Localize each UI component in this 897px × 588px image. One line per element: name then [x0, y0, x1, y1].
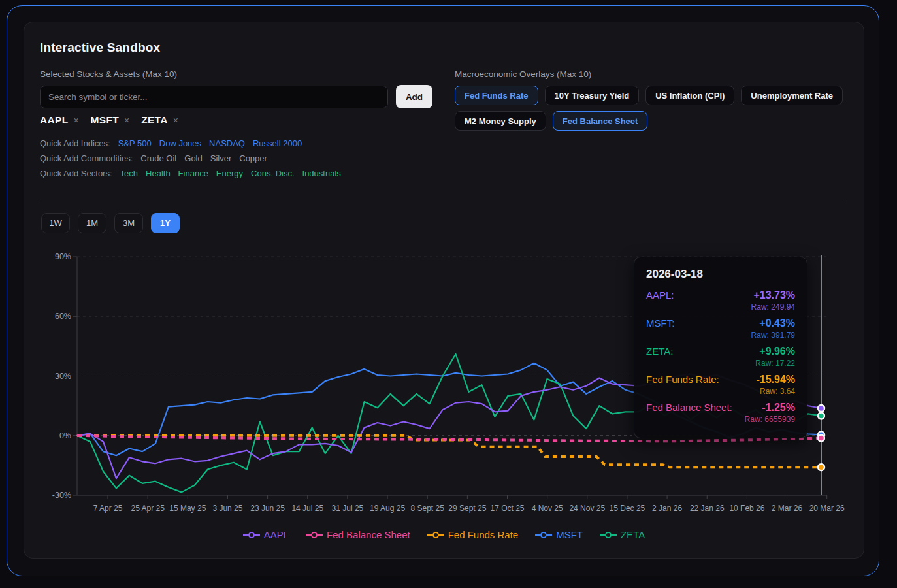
legend-label: AAPL [264, 529, 289, 540]
tooltip-series-raw: Raw: 3.64 [646, 387, 795, 396]
svg-text:30%: 30% [55, 372, 71, 381]
end-marker-ZETA [818, 413, 824, 419]
x-axis-labels: 7 Apr 2525 Apr 2515 May 253 Jun 2523 Jun… [93, 495, 845, 513]
legend-label: ZETA [621, 529, 645, 540]
tooltip-row: MSFT:+0.43% [646, 318, 795, 329]
svg-text:14 Jul 25: 14 Jul 25 [291, 504, 323, 513]
tooltip-series-label: AAPL: [646, 289, 674, 301]
tooltip-series-raw: Raw: 249.94 [646, 302, 795, 312]
tooltip-series-label: MSFT: [646, 318, 674, 329]
legend-line-icon [600, 531, 617, 539]
svg-text:4 Nov 25: 4 Nov 25 [532, 504, 563, 513]
legend-item[interactable]: MSFT [535, 529, 583, 540]
legend-item[interactable]: AAPL [243, 529, 289, 540]
legend-label: MSFT [556, 529, 583, 540]
legend-item[interactable]: Fed Balance Sheet [306, 529, 410, 540]
legend-line-icon [535, 531, 552, 539]
legend-item[interactable]: ZETA [600, 529, 645, 540]
svg-text:19 Aug 25: 19 Aug 25 [370, 504, 405, 513]
legend-line-icon [306, 531, 323, 539]
tooltip-series-value: +9.96% [759, 346, 795, 357]
tooltip-rows: AAPL:+13.73%Raw: 249.94MSFT:+0.43%Raw: 3… [646, 289, 795, 424]
legend-line-icon [427, 531, 444, 539]
tooltip-series-label: ZETA: [646, 346, 673, 357]
svg-text:60%: 60% [55, 312, 71, 321]
tooltip-series-label: Fed Balance Sheet: [646, 402, 732, 413]
tooltip-series-raw: Raw: 6655939 [646, 415, 795, 424]
tooltip-series-value: -1.25% [762, 402, 795, 414]
svg-text:10 Feb 26: 10 Feb 26 [729, 504, 764, 513]
svg-text:15 May 25: 15 May 25 [169, 504, 206, 513]
svg-text:3 Jun 25: 3 Jun 25 [212, 504, 242, 513]
tooltip-row: Fed Funds Rate:-15.94% [646, 374, 795, 385]
tooltip-series-value: +13.73% [753, 289, 795, 301]
svg-text:17 Oct 25: 17 Oct 25 [490, 504, 524, 513]
svg-text:22 Jan 26: 22 Jan 26 [690, 504, 725, 513]
tooltip-row: ZETA:+9.96% [646, 346, 795, 357]
tooltip-series-raw: Raw: 17.22 [646, 359, 795, 368]
legend-label: Fed Balance Sheet [327, 529, 410, 540]
legend-label: Fed Funds Rate [448, 529, 519, 540]
end-marker-Fed Balance Sheet [818, 435, 824, 442]
tooltip-row: AAPL:+13.73% [646, 289, 795, 301]
svg-text:8 Sept 25: 8 Sept 25 [411, 504, 445, 513]
svg-text:0%: 0% [59, 431, 71, 440]
tooltip-series-label: Fed Funds Rate: [646, 374, 719, 385]
tooltip-series-value: -15.94% [756, 374, 795, 385]
end-marker-AAPL [818, 405, 824, 412]
tooltip-series-value: +0.43% [759, 318, 795, 329]
svg-text:24 Nov 25: 24 Nov 25 [569, 504, 605, 513]
tooltip-row: Fed Balance Sheet:-1.25% [646, 402, 795, 414]
chart-tooltip: 2026-03-18 AAPL:+13.73%Raw: 249.94MSFT:+… [634, 257, 807, 438]
svg-text:90%: 90% [55, 252, 71, 261]
svg-text:29 Sept 25: 29 Sept 25 [448, 504, 486, 513]
tooltip-series-raw: Raw: 391.79 [646, 331, 795, 340]
svg-text:2 Jan 26: 2 Jan 26 [652, 504, 682, 513]
svg-text:2 Mar 26: 2 Mar 26 [772, 504, 803, 513]
legend-line-icon [243, 531, 260, 539]
end-marker-Fed Funds Rate [818, 464, 824, 470]
svg-text:15 Dec 25: 15 Dec 25 [610, 504, 645, 513]
chart-legend: AAPLFed Balance SheetFed Funds RateMSFTZ… [24, 529, 864, 540]
svg-text:23 Jun 25: 23 Jun 25 [250, 504, 285, 513]
svg-text:20 Mar 26: 20 Mar 26 [809, 504, 845, 513]
svg-text:25 Apr 25: 25 Apr 25 [131, 504, 165, 513]
svg-text:7 Apr 25: 7 Apr 25 [93, 504, 123, 513]
y-axis-labels: 90%60%30%0%-30% [52, 252, 77, 500]
svg-text:31 Jul 25: 31 Jul 25 [332, 504, 364, 513]
svg-text:-30%: -30% [52, 491, 71, 500]
legend-item[interactable]: Fed Funds Rate [427, 529, 519, 540]
tooltip-date: 2026-03-18 [646, 268, 795, 281]
